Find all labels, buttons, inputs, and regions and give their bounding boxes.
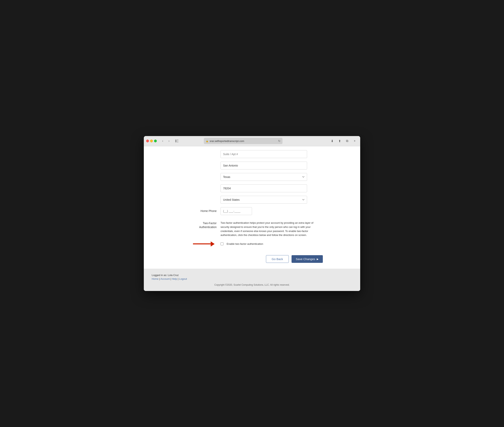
logged-in-text: Logged in as: Lola Cruz [152,274,352,277]
city-input[interactable] [221,162,307,169]
suite-apt-input[interactable] [221,150,307,158]
checkbox-container: Enable two-factor authentication [221,242,263,245]
country-row: United States Canada Mexico [181,196,323,204]
traffic-lights [146,140,157,142]
nav-buttons: ‹ › [160,138,172,144]
go-back-button[interactable]: Go Back [266,255,289,263]
two-factor-label: Two-Factor Authentication [181,221,221,229]
enable-checkbox-label: Enable two-factor authentication [227,242,263,245]
tabs-button[interactable]: ⧉ [344,138,350,144]
footer-account-link[interactable]: Account [161,277,170,280]
home-phone-row: Home Phone [181,207,323,215]
svg-rect-1 [177,140,178,140]
footer-help-link[interactable]: Help [172,277,177,280]
state-field-container: Texas Alabama Alaska California New York [221,173,323,181]
city-field-container [221,162,323,169]
checkbox-section: Enable two-factor authentication [181,242,323,251]
zip-field-container [221,184,323,192]
address-bar[interactable]: 🔒 srar.selfreportedtranscript.com ↻ [204,138,282,144]
refresh-icon[interactable]: ↻ [278,139,280,143]
two-factor-description: Two-factor authentication helps protect … [221,221,323,237]
suite-field-container [221,150,323,158]
form-section: Texas Alabama Alaska California New York [173,150,331,251]
buttons-row: Go Back Save Changes ▶ [173,251,331,269]
svg-rect-0 [175,140,177,142]
zip-input[interactable] [221,184,307,192]
new-tab-button[interactable]: + [352,138,358,144]
save-changes-arrow-icon: ▶ [317,258,318,260]
phone-input[interactable] [221,207,252,215]
state-row: Texas Alabama Alaska California New York [181,173,323,181]
country-label [181,196,221,198]
arrow-head [211,241,215,246]
footer-links: Home | Account | Help | Logout [152,277,352,280]
page-content: Texas Alabama Alaska California New York [144,146,360,291]
country-field-container: United States Canada Mexico [221,196,323,204]
footer-logout-link[interactable]: Logout [179,277,187,280]
svg-rect-3 [177,142,178,142]
download-button[interactable]: ⬇ [329,138,335,144]
zip-label [181,184,221,186]
zip-row [181,184,323,192]
home-phone-label: Home Phone [181,207,221,213]
city-label [181,162,221,164]
close-button[interactable] [146,140,149,142]
city-row [181,162,323,169]
two-factor-row: Two-Factor Authentication Two-factor aut… [181,221,323,240]
two-factor-content: Two-factor authentication helps protect … [221,221,323,240]
browser-titlebar: ‹ › 🔒 srar.selfreportedtranscript.com ↻ … [144,136,360,146]
suite-apt-row [181,150,323,158]
state-select[interactable]: Texas Alabama Alaska California New York [221,173,307,181]
svg-rect-2 [177,141,178,141]
phone-field-container [221,207,323,215]
lock-icon: 🔒 [206,140,209,142]
url-text: srar.selfreportedtranscript.com [210,140,244,143]
browser-window: ‹ › 🔒 srar.selfreportedtranscript.com ↻ … [144,136,360,291]
two-factor-checkbox[interactable] [221,242,224,245]
share-button[interactable]: ⬆ [337,138,343,144]
save-changes-button[interactable]: Save Changes ▶ [292,255,323,263]
sidebar-toggle-button[interactable] [174,138,180,144]
page-footer: Logged in as: Lola Cruz Home | Account |… [144,269,360,291]
footer-copyright: Copyright ©2020, Scarlet Computing Solut… [152,283,352,286]
minimize-button[interactable] [150,140,153,142]
arrow-shaft [193,243,211,244]
footer-home-link[interactable]: Home [152,277,159,280]
country-select[interactable]: United States Canada Mexico [221,196,307,204]
suite-label [181,150,221,152]
forward-nav-button[interactable]: › [166,138,172,144]
state-label [181,173,221,175]
back-nav-button[interactable]: ‹ [160,138,165,144]
browser-actions: ⬇ ⬆ ⧉ + [329,138,358,144]
red-arrow [193,241,215,246]
maximize-button[interactable] [154,140,157,142]
